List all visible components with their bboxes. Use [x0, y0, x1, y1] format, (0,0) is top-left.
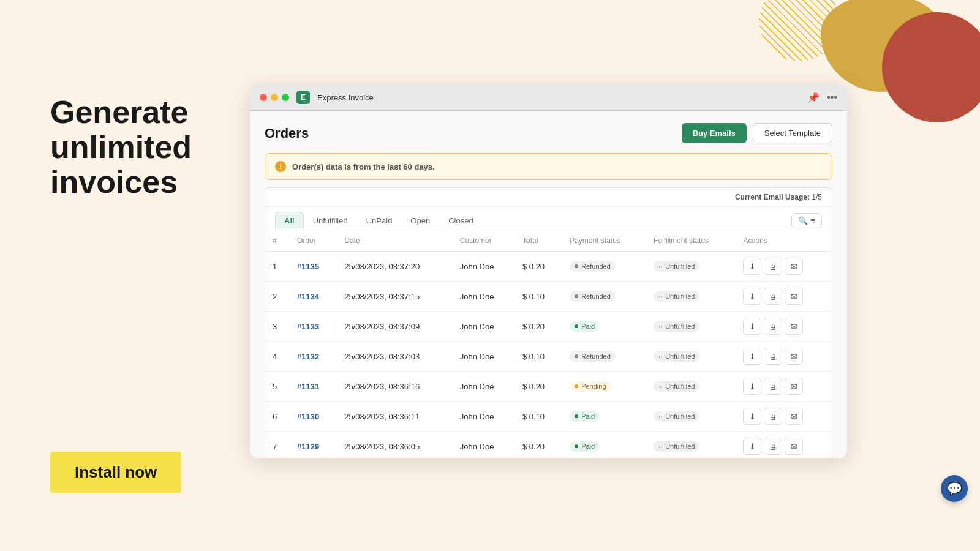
- col-order: Order: [290, 230, 337, 252]
- cell-date: 25/08/2023, 08:37:09: [337, 312, 452, 342]
- action-buttons: ⬇ 🖨 ✉: [743, 258, 824, 275]
- download-button[interactable]: ⬇: [743, 288, 761, 305]
- cell-fulfillment-status: ○Unfulfilled: [646, 342, 736, 372]
- cell-date: 25/08/2023, 08:37:03: [337, 342, 452, 372]
- print-button[interactable]: 🖨: [764, 288, 782, 305]
- col-actions: Actions: [736, 230, 832, 252]
- payment-status-badge: Paid: [570, 441, 600, 452]
- table-container: Current Email Usage: 1/5 All Unfulfilled…: [265, 187, 832, 458]
- cell-customer: John Doe: [453, 342, 515, 372]
- cell-total: $ 0.10: [515, 282, 562, 312]
- cell-num: 7: [265, 432, 290, 459]
- email-button[interactable]: ✉: [785, 318, 803, 335]
- print-button[interactable]: 🖨: [764, 408, 782, 425]
- search-filter-button[interactable]: 🔍 ≡: [791, 213, 822, 228]
- col-date: Date: [337, 230, 452, 252]
- download-button[interactable]: ⬇: [743, 408, 761, 425]
- cell-fulfillment-status: ○Unfulfilled: [646, 312, 736, 342]
- cell-date: 25/08/2023, 08:36:16: [337, 372, 452, 402]
- cell-order: #1133: [290, 312, 337, 342]
- email-button[interactable]: ✉: [785, 408, 803, 425]
- cell-customer: John Doe: [453, 312, 515, 342]
- cell-total: $ 0.10: [515, 402, 562, 432]
- action-buttons: ⬇ 🖨 ✉: [743, 378, 824, 395]
- cell-customer: John Doe: [453, 282, 515, 312]
- cell-num: 5: [265, 372, 290, 402]
- table-row: 2 #1134 25/08/2023, 08:37:15 John Doe $ …: [265, 282, 832, 312]
- table-row: 3 #1133 25/08/2023, 08:37:09 John Doe $ …: [265, 312, 832, 342]
- col-total: Total: [515, 230, 562, 252]
- pin-icon[interactable]: 📌: [807, 92, 820, 103]
- tab-open[interactable]: Open: [401, 212, 439, 230]
- more-options-icon[interactable]: •••: [827, 92, 837, 103]
- fulfillment-status-badge: ○Unfulfilled: [654, 441, 699, 452]
- cell-payment-status: Refunded: [562, 282, 646, 312]
- cell-fulfillment-status: ○Unfulfilled: [646, 282, 736, 312]
- select-template-button[interactable]: Select Template: [753, 123, 832, 143]
- download-button[interactable]: ⬇: [743, 318, 761, 335]
- download-button[interactable]: ⬇: [743, 378, 761, 395]
- cell-total: $ 0.20: [515, 372, 562, 402]
- cell-num: 1: [265, 252, 290, 282]
- cell-order: #1131: [290, 372, 337, 402]
- print-button[interactable]: 🖨: [764, 378, 782, 395]
- print-button[interactable]: 🖨: [764, 348, 782, 365]
- email-usage-row: Current Email Usage: 1/5: [265, 188, 832, 207]
- email-usage-label: Current Email Usage:: [735, 193, 810, 201]
- email-button[interactable]: ✉: [785, 378, 803, 395]
- cell-order: #1132: [290, 342, 337, 372]
- payment-status-badge: Refunded: [570, 291, 616, 302]
- email-button[interactable]: ✉: [785, 288, 803, 305]
- print-button[interactable]: 🖨: [764, 438, 782, 455]
- app-window: E Express Invoice 📌 ••• Orders Buy Email…: [250, 84, 847, 458]
- fulfillment-status-badge: ○Unfulfilled: [654, 351, 699, 362]
- traffic-light-green[interactable]: [282, 94, 289, 101]
- print-button[interactable]: 🖨: [764, 318, 782, 335]
- cell-fulfillment-status: ○Unfulfilled: [646, 372, 736, 402]
- cell-actions: ⬇ 🖨 ✉: [736, 402, 832, 432]
- payment-status-badge: Refunded: [570, 351, 616, 362]
- cell-actions: ⬇ 🖨 ✉: [736, 372, 832, 402]
- install-now-button[interactable]: Install now: [50, 452, 181, 493]
- cell-actions: ⬇ 🖨 ✉: [736, 312, 832, 342]
- tab-all[interactable]: All: [275, 212, 304, 230]
- col-payment-status: Payment status: [562, 230, 646, 252]
- chat-bubble[interactable]: 💬: [941, 475, 968, 502]
- cell-customer: John Doe: [453, 432, 515, 459]
- title-bar-actions: 📌 •••: [807, 92, 837, 103]
- deco-shape-red: [882, 12, 980, 122]
- traffic-light-red[interactable]: [260, 94, 267, 101]
- fulfillment-status-badge: ○Unfulfilled: [654, 321, 699, 332]
- col-customer: Customer: [453, 230, 515, 252]
- action-buttons: ⬇ 🖨 ✉: [743, 408, 824, 425]
- table-row: 7 #1129 25/08/2023, 08:36:05 John Doe $ …: [265, 432, 832, 459]
- traffic-light-yellow[interactable]: [271, 94, 278, 101]
- email-usage-value: 1/5: [812, 193, 822, 201]
- cell-order: #1130: [290, 402, 337, 432]
- buy-emails-button[interactable]: Buy Emails: [682, 123, 747, 143]
- email-button[interactable]: ✉: [785, 258, 803, 275]
- download-button[interactable]: ⬇: [743, 438, 761, 455]
- page-title: Orders: [265, 126, 309, 141]
- download-button[interactable]: ⬇: [743, 258, 761, 275]
- cell-total: $ 0.10: [515, 342, 562, 372]
- print-button[interactable]: 🖨: [764, 258, 782, 275]
- table-row: 5 #1131 25/08/2023, 08:36:16 John Doe $ …: [265, 372, 832, 402]
- payment-status-badge: Paid: [570, 411, 600, 422]
- cell-payment-status: Pending: [562, 372, 646, 402]
- tab-closed[interactable]: Closed: [439, 212, 482, 230]
- cell-date: 25/08/2023, 08:37:15: [337, 282, 452, 312]
- headline: Generate unlimited invoices: [50, 95, 192, 200]
- download-button[interactable]: ⬇: [743, 348, 761, 365]
- cell-num: 3: [265, 312, 290, 342]
- email-button[interactable]: ✉: [785, 348, 803, 365]
- tab-unfulfilled[interactable]: Unfulfilled: [304, 212, 357, 230]
- email-button[interactable]: ✉: [785, 438, 803, 455]
- cell-total: $ 0.20: [515, 432, 562, 459]
- payment-status-badge: Refunded: [570, 261, 616, 272]
- cell-total: $ 0.20: [515, 252, 562, 282]
- table-row: 6 #1130 25/08/2023, 08:36:11 John Doe $ …: [265, 402, 832, 432]
- tab-unpaid[interactable]: UnPaid: [357, 212, 402, 230]
- alert-banner: ! Order(s) data is from the last 60 days…: [265, 153, 832, 180]
- col-num: #: [265, 230, 290, 252]
